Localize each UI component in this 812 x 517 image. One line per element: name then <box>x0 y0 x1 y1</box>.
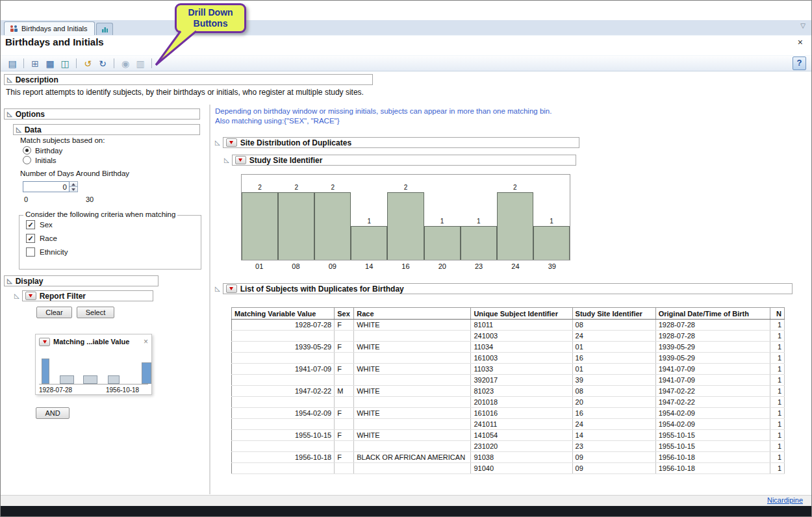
globe-icon[interactable]: ◉ <box>119 57 132 70</box>
table-cell: 1928-07-28 <box>232 320 335 331</box>
ethnicity-checkbox[interactable]: ✓ <box>26 247 35 257</box>
table-row[interactable]: 1928-07-28FWHITE81011081928-07-281 <box>232 320 785 331</box>
table-row[interactable]: 392017391941-07-091 <box>232 375 785 386</box>
table-row[interactable]: 1954-02-09FWHITE161016161954-02-091 <box>232 408 785 419</box>
spinner-up-icon[interactable] <box>70 181 78 187</box>
table-row[interactable]: 241011241954-02-091 <box>232 419 785 430</box>
table-cell: BLACK OR AFRICAN AMERICAN <box>354 452 471 463</box>
help-button[interactable]: ? <box>793 57 806 70</box>
tab-birthdays-and-initials[interactable]: Birthdays and Initials <box>4 21 95 35</box>
disclosure-icon[interactable]: ◺ <box>7 77 12 83</box>
chevron-down-icon[interactable]: ▽ <box>800 22 806 29</box>
subjects-list-label: List of Subjects with Duplicates for Bir… <box>240 284 404 294</box>
red-triangle-menu-icon[interactable] <box>226 138 237 147</box>
histogram-bar[interactable]: 2 <box>387 184 424 260</box>
tab-strip: Birthdays and Initials ▽ <box>1 20 811 36</box>
tab-distribution-report[interactable] <box>96 23 113 35</box>
histogram-bar[interactable]: 1 <box>533 218 570 260</box>
subjects-list-header[interactable]: List of Subjects with Duplicates for Bir… <box>223 283 793 294</box>
and-button[interactable]: AND <box>36 407 70 419</box>
filter-histogram <box>39 352 148 385</box>
study-site-row: ◺ Study Site Identifier <box>224 155 576 166</box>
red-triangle-menu-icon[interactable] <box>25 292 36 300</box>
table-row[interactable]: 1939-05-29FWHITE11034011939-05-291 <box>232 342 785 353</box>
description-header[interactable]: ◺ Description <box>4 74 373 85</box>
table-cell: 08 <box>572 386 655 397</box>
table-cell: 1 <box>770 331 784 342</box>
bar-count-label: 1 <box>477 218 481 225</box>
new-report-icon[interactable]: ▤ <box>6 57 19 70</box>
table-cell: 141054 <box>471 430 572 441</box>
drill-down-back-icon[interactable]: ↺ <box>81 57 94 70</box>
table-cell: WHITE <box>354 386 471 397</box>
birthday-radio[interactable] <box>23 146 31 155</box>
table-row[interactable]: 91040091956-10-181 <box>232 463 785 474</box>
web-report-icon[interactable]: ◫ <box>58 57 71 70</box>
drill-down-forward-icon[interactable]: ↻ <box>96 57 109 70</box>
table-row[interactable]: 231020231955-10-151 <box>232 441 785 452</box>
close-icon[interactable]: × <box>798 37 803 47</box>
x-tick-label: 09 <box>314 262 351 270</box>
report-filter-header[interactable]: Report Filter <box>22 290 153 301</box>
bar-count-label: 2 <box>331 184 335 191</box>
disclosure-icon[interactable]: ◺ <box>215 286 220 292</box>
graph-icon[interactable]: ▥ <box>134 57 147 70</box>
table-row[interactable]: 201018201947-02-221 <box>232 397 785 408</box>
histogram-bar[interactable]: 2 <box>314 184 351 260</box>
disclosure-icon[interactable]: ◺ <box>215 140 220 146</box>
table-row[interactable]: 1956-10-18FBLACK OR AFRICAN AMERICAN9103… <box>232 452 785 463</box>
histogram-bar[interactable]: 1 <box>461 218 497 260</box>
days-input[interactable]: 0 <box>23 181 70 192</box>
race-checkbox[interactable]: ✓ <box>26 234 35 243</box>
histogram-bar[interactable]: 2 <box>278 184 314 260</box>
filter-bar[interactable] <box>60 375 74 384</box>
page-title: Birthdays and Initials <box>5 36 104 47</box>
initials-radio[interactable] <box>23 156 31 164</box>
x-tick-label: 16 <box>387 262 424 270</box>
histogram-bar[interactable]: 2 <box>242 184 278 260</box>
panel-splitter[interactable] <box>209 105 210 494</box>
filter-bar[interactable] <box>83 375 97 384</box>
filter-bar[interactable] <box>42 359 49 384</box>
table-cell: 1947-02-22 <box>655 386 770 397</box>
table-cell: 39 <box>572 375 655 386</box>
ethnicity-checkbox-label: Ethnicity <box>40 248 68 256</box>
spinner-down-icon[interactable] <box>70 187 78 192</box>
table-row[interactable]: 1955-10-15FWHITE141054141955-10-151 <box>232 430 785 441</box>
clear-button[interactable]: Clear <box>36 307 72 318</box>
sex-checkbox[interactable]: ✓ <box>26 220 35 229</box>
filter-bar[interactable] <box>142 362 151 384</box>
disclosure-icon[interactable]: ◺ <box>7 111 12 118</box>
red-triangle-menu-icon[interactable] <box>39 338 50 346</box>
table-row[interactable]: 241003241928-07-281 <box>232 331 785 342</box>
table-cell: 1954-02-09 <box>655 419 770 430</box>
data-header[interactable]: ◺ Data <box>13 124 200 135</box>
days-field: 0 <box>23 181 78 192</box>
table-row[interactable]: 1941-07-09FWHITE11033011941-07-091 <box>232 364 785 375</box>
nicardipine-link[interactable]: Nicardipine <box>767 496 803 504</box>
disclosure-icon[interactable]: ◺ <box>16 127 21 133</box>
display-header[interactable]: ◺ Display <box>4 275 159 286</box>
select-button[interactable]: Select <box>77 307 114 318</box>
data-table-icon[interactable]: ▦ <box>44 57 57 70</box>
journal-icon[interactable]: ⊞ <box>29 57 42 70</box>
options-header[interactable]: ◺ Options <box>4 108 200 120</box>
site-distribution-header[interactable]: Site Distribution of Duplicates <box>223 137 579 148</box>
histogram-bar[interactable]: 2 <box>497 184 533 260</box>
table-row[interactable]: 1947-02-22MWHITE81023081947-02-221 <box>232 386 785 397</box>
disclosure-icon[interactable]: ◺ <box>7 278 12 284</box>
study-site-header[interactable]: Study Site Identifier <box>232 155 576 166</box>
table-cell: 1 <box>770 342 784 353</box>
filter-bar[interactable] <box>108 375 120 384</box>
histogram-bar[interactable]: 1 <box>424 218 461 260</box>
column-header: Unique Subject Identifier <box>471 308 572 320</box>
close-icon[interactable]: × <box>144 337 148 346</box>
histogram-bar[interactable]: 1 <box>351 218 387 260</box>
site-histogram-ticks: 010809141620232439 <box>241 262 570 270</box>
table-row[interactable]: 161003161939-05-291 <box>232 353 785 364</box>
disclosure-icon[interactable]: ◺ <box>14 293 19 299</box>
red-triangle-menu-icon[interactable] <box>235 156 246 164</box>
red-triangle-menu-icon[interactable] <box>226 284 237 293</box>
study-site-label: Study Site Identifier <box>249 156 323 165</box>
disclosure-icon[interactable]: ◺ <box>224 157 229 164</box>
